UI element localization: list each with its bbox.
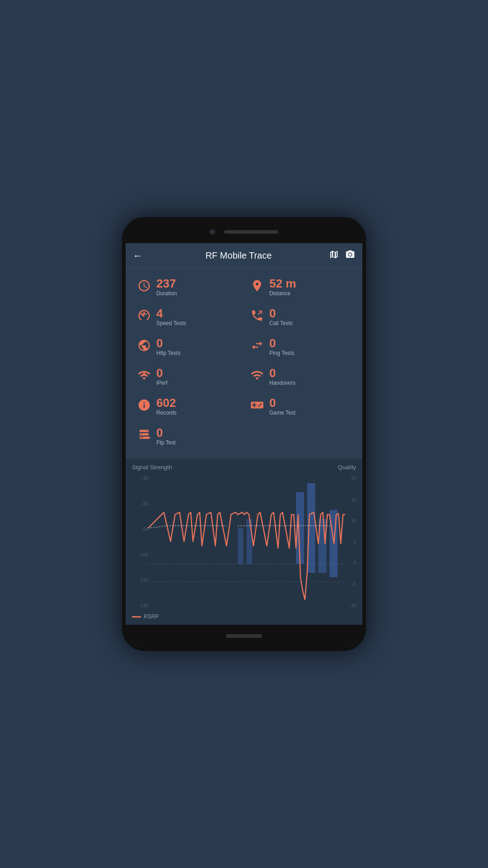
svg-point-0 [349,253,352,256]
distance-content: 52 m Distance [269,278,296,297]
stat-game-test: 0 Game Test [246,392,355,420]
y-tick-r2: 15 [345,497,356,502]
globe-icon [136,339,152,355]
http-tests-label: Http Tests [156,350,180,356]
page-title: RF Mobile Trace [148,250,329,261]
y-tick-4: -100 [132,552,148,557]
speed-tests-value: 4 [156,307,186,319]
duration-content: 237 Duration [156,278,177,297]
stat-distance: 52 m Distance [246,273,355,301]
y-tick-r7: -10 [345,603,356,608]
arrows-icon [249,339,265,355]
y-tick-r4: 5 [345,539,356,544]
ftp-test-label: Ftp Test [156,439,175,446]
gamepad-icon [249,398,265,415]
handovers-value: 0 [269,367,296,379]
speed-tests-label: Speed Tests [156,320,186,326]
stat-handovers: 0 Handovers [246,363,355,391]
chart-container: -40 -60 -80 -100 -120 -140 20 15 10 5 0 … [132,474,356,610]
records-content: 602 Records [156,397,177,416]
server-icon [136,428,152,445]
stat-iperf: 0 iPerf [133,363,242,391]
ftp-test-value: 0 [156,427,175,439]
stat-duration: 237 Duration [133,273,242,301]
rsrp-legend-line [132,616,141,618]
game-test-value: 0 [269,397,296,409]
stat-ping-tests: 0 Ping Tests [246,333,355,361]
phone-icon [249,309,265,326]
phone-top-bar [126,221,362,243]
location-icon [249,279,265,296]
speedometer-icon [136,309,152,326]
quality-label: Quality [338,464,356,471]
y-tick-r3: 10 [345,519,356,524]
map-icon[interactable] [329,250,339,262]
records-value: 602 [156,397,177,409]
stats-grid: 237 Duration 52 m Dis [133,273,355,450]
svg-rect-9 [238,528,243,564]
back-button[interactable]: ← [133,250,143,262]
camera-cutout [210,229,215,235]
duration-label: Duration [156,290,177,297]
handovers-content: 0 Handovers [269,367,296,386]
records-label: Records [156,410,177,416]
speed-tests-content: 4 Speed Tests [156,307,186,326]
wifi-up-icon [136,368,152,385]
phone-frame: ← RF Mobile Trace [122,217,366,651]
stat-ftp-test: 0 Ftp Test [133,422,242,450]
info-icon [136,398,152,415]
stat-records: 602 Records [133,392,242,420]
y-tick-5: -120 [132,578,148,583]
chart-legend: RSRP [132,613,356,620]
call-tests-value: 0 [269,307,293,319]
camera-icon[interactable] [345,250,355,262]
ping-tests-value: 0 [269,337,294,349]
http-tests-value: 0 [156,337,180,349]
handover-icon [249,368,265,385]
distance-label: Distance [269,290,296,297]
chart-section: Signal Strength Quality -40 -60 -80 -100… [126,458,362,625]
iperf-value: 0 [156,367,168,379]
stat-speed-tests: 4 Speed Tests [133,303,242,331]
speaker-grille [224,230,278,234]
game-test-content: 0 Game Test [269,397,296,416]
stats-section: 237 Duration 52 m Dis [126,269,362,458]
header-actions [329,250,355,262]
distance-value: 52 m [269,278,296,289]
iperf-label: iPerf [156,380,168,386]
y-tick-6: -140 [132,603,148,608]
svg-point-2 [260,283,262,285]
phone-bottom-bar [126,625,362,647]
svg-point-1 [253,283,255,285]
iperf-content: 0 iPerf [156,367,168,386]
clock-icon [136,279,152,296]
phone-screen: ← RF Mobile Trace [126,243,362,625]
chart-header: Signal Strength Quality [132,464,356,471]
y-tick-r1: 20 [345,476,356,481]
y-axis-right: 20 15 10 5 0 -5 -10 [345,474,356,610]
http-tests-content: 0 Http Tests [156,337,180,356]
ftp-test-content: 0 Ftp Test [156,427,175,446]
ping-tests-content: 0 Ping Tests [269,337,294,356]
duration-value: 237 [156,278,177,289]
stat-http-tests: 0 Http Tests [133,333,242,361]
stat-call-tests: 0 Call Tests [246,303,355,331]
y-tick-2: -60 [132,501,148,506]
game-test-label: Game Test [269,410,296,416]
y-axis-left: -40 -60 -80 -100 -120 -140 [132,474,148,610]
call-tests-label: Call Tests [269,320,293,326]
y-tick-1: -40 [132,476,148,481]
y-tick-r6: -5 [345,582,356,587]
call-tests-content: 0 Call Tests [269,307,293,326]
signal-chart-svg [148,474,345,609]
app-header: ← RF Mobile Trace [126,243,362,269]
ping-tests-label: Ping Tests [269,350,294,356]
y-tick-3: -80 [132,527,148,532]
home-button[interactable] [226,634,262,638]
handovers-label: Handovers [269,380,296,386]
rsrp-legend-label: RSRP [144,613,159,620]
y-tick-r5: 0 [345,561,356,566]
signal-strength-label: Signal Strength [132,464,172,471]
